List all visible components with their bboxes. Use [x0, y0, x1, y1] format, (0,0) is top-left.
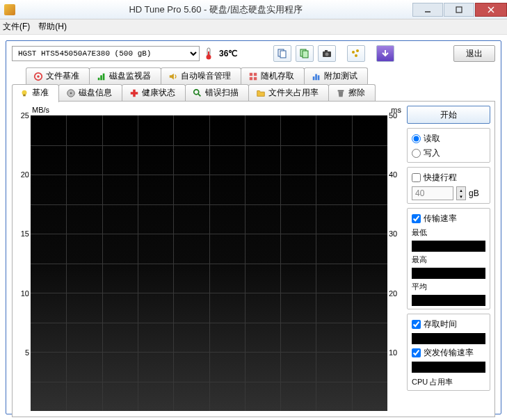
svg-point-16 — [355, 54, 357, 57]
avg-label: 平均 — [412, 282, 485, 292]
transfer-rate-check[interactable]: 传输速率 — [412, 213, 485, 225]
svg-point-29 — [22, 90, 27, 95]
svg-rect-25 — [254, 76, 257, 79]
access-time-value — [412, 333, 485, 344]
transfer-rate-group: 传输速率 最低 最高 平均 — [407, 208, 490, 309]
tab-label: 健康状态 — [142, 87, 175, 99]
tab-plus[interactable]: 健康状态 — [122, 84, 186, 101]
tab-folder[interactable]: 文件夹占用率 — [248, 84, 329, 101]
tab-target[interactable]: 文件基准 — [26, 67, 90, 84]
min-label: 最低 — [412, 227, 485, 238]
copy-screenshot-button[interactable] — [296, 45, 314, 62]
access-time-group: 存取时间 突发传输速率 CPU 占用率 — [407, 314, 490, 391]
ytick-left: 10 — [17, 289, 29, 298]
tab-label: 错误扫描 — [205, 87, 239, 99]
chart-plot-area — [31, 115, 387, 411]
max-label: 最高 — [412, 255, 485, 265]
svg-point-15 — [356, 49, 359, 52]
titlebar: HD Tune Pro 5.60 - 硬盘/固态硬盘实用程序 — [0, 0, 507, 19]
burst-rate-value — [412, 362, 485, 373]
menubar: 文件(F) 帮助(H) — [0, 19, 507, 35]
tab-label: 擦除 — [348, 87, 365, 99]
svg-rect-22 — [250, 72, 252, 75]
gb-label: gB — [469, 188, 479, 198]
tab-content-benchmark: MB/s ms 2520151055040302010 开始 读取 写入 快捷行… — [12, 101, 495, 417]
options-button[interactable] — [347, 45, 365, 62]
short-stroke-value[interactable] — [412, 186, 453, 200]
burst-rate-check[interactable]: 突发传输速率 — [412, 347, 485, 359]
tab-bulb[interactable]: 基准 — [12, 84, 59, 102]
tab-label: 附加测试 — [324, 70, 357, 82]
drive-select[interactable]: HGST HTS545050A7E380 (500 gB) — [12, 46, 200, 61]
svg-point-32 — [70, 92, 72, 94]
screenshot-button[interactable] — [318, 45, 336, 62]
svg-rect-19 — [98, 77, 100, 80]
ytick-left: 5 — [17, 348, 29, 357]
svg-rect-8 — [280, 51, 286, 58]
avg-value — [412, 295, 485, 306]
ytick-right: 20 — [389, 289, 401, 298]
svg-rect-20 — [100, 75, 102, 80]
svg-rect-30 — [23, 94, 26, 96]
tab-label: 基准 — [32, 87, 49, 99]
ytick-left: 20 — [17, 170, 29, 179]
window-controls — [412, 3, 507, 17]
read-radio[interactable]: 读取 — [412, 133, 485, 145]
svg-rect-1 — [456, 7, 462, 13]
svg-rect-27 — [315, 74, 317, 80]
exit-button[interactable]: 退出 — [453, 45, 495, 62]
tab-random[interactable]: 随机存取 — [241, 67, 305, 84]
stroke-spinner[interactable]: ▲▼ — [456, 186, 466, 200]
mode-group: 读取 写入 — [407, 128, 490, 163]
ytick-right: 50 — [389, 111, 401, 120]
tab-label: 文件夹占用率 — [268, 87, 319, 99]
temperature-value: 36℃ — [219, 49, 237, 58]
svg-point-18 — [37, 75, 40, 78]
ytick-right: 10 — [389, 348, 401, 357]
tab-label: 磁盘信息 — [79, 87, 112, 99]
tabs: 文件基准磁盘监视器自动噪音管理随机存取附加测试 基准磁盘信息健康状态错误扫描文件… — [12, 67, 495, 417]
menu-help[interactable]: 帮助(H) — [38, 21, 67, 33]
tab-trash[interactable]: 擦除 — [328, 84, 376, 101]
tab-label: 自动噪音管理 — [181, 70, 231, 82]
tab-speaker[interactable]: 自动噪音管理 — [161, 67, 241, 84]
access-time-check[interactable]: 存取时间 — [412, 318, 485, 330]
svg-point-35 — [194, 89, 199, 94]
svg-point-14 — [352, 51, 355, 54]
start-button[interactable]: 开始 — [407, 106, 490, 124]
toolbar: HGST HTS545050A7E380 (500 gB) 36℃ 退出 — [12, 45, 495, 62]
benchmark-chart: MB/s ms 2520151055040302010 — [17, 106, 401, 412]
svg-rect-28 — [318, 75, 320, 80]
main-panel: HGST HTS545050A7E380 (500 gB) 36℃ 退出 文件基… — [6, 40, 501, 414]
ytick-right: 30 — [389, 229, 401, 238]
window-title: HD Tune Pro 5.60 - 硬盘/固态硬盘实用程序 — [19, 3, 412, 16]
benchmark-controls: 开始 读取 写入 快捷行程 ▲▼ gB 传输速率 最低 — [407, 106, 490, 412]
thermometer-icon — [204, 47, 214, 60]
ytick-right: 40 — [389, 170, 401, 179]
svg-rect-6 — [208, 51, 209, 57]
menu-file[interactable]: 文件(F) — [3, 21, 30, 33]
axis-left-unit: MB/s — [32, 106, 49, 114]
tab-chart[interactable]: 附加测试 — [304, 67, 368, 84]
short-stroke-check[interactable]: 快捷行程 — [412, 172, 485, 184]
svg-rect-10 — [303, 51, 308, 58]
close-button[interactable] — [475, 3, 507, 17]
write-radio[interactable]: 写入 — [412, 147, 485, 159]
tab-monitor[interactable]: 磁盘监视器 — [89, 67, 161, 84]
copy-info-button[interactable] — [273, 45, 291, 62]
svg-rect-37 — [338, 90, 344, 91]
svg-rect-13 — [325, 50, 328, 51]
svg-rect-21 — [103, 73, 105, 80]
save-button[interactable] — [376, 45, 394, 62]
tab-label: 随机存取 — [261, 70, 294, 82]
ytick-left: 25 — [17, 111, 29, 120]
tab-search[interactable]: 错误扫描 — [185, 84, 249, 101]
tab-label: 文件基准 — [46, 70, 79, 82]
short-stroke-group: 快捷行程 ▲▼ gB — [407, 167, 490, 204]
minimize-button[interactable] — [412, 3, 443, 17]
maximize-button[interactable] — [444, 3, 474, 17]
svg-line-36 — [198, 93, 201, 96]
tab-disk[interactable]: 磁盘信息 — [58, 84, 122, 101]
svg-rect-23 — [254, 72, 257, 75]
svg-rect-24 — [250, 76, 252, 79]
